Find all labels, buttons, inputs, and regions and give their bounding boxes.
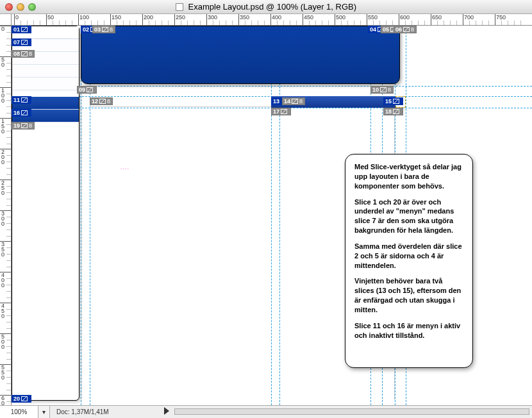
ruler-label: 0: [1, 159, 4, 165]
annotation-note: Med Slice-verktyget så delar jag upp lay…: [345, 154, 473, 368]
slice-link-icon: [21, 123, 28, 128]
horizontal-ruler[interactable]: 0501001502002503003504004505005506006507…: [12, 14, 532, 26]
ruler-label: 750: [496, 14, 506, 21]
ruler-label: 600: [400, 14, 410, 21]
slice-link-icon: [292, 99, 298, 104]
slice-number: 09: [79, 86, 85, 94]
slice-link-icon: [21, 110, 28, 115]
status-bar: 100% ▾ Doc: 1,37M/1,41M: [0, 405, 532, 418]
document-icon: [176, 3, 183, 11]
ruler-label: 550: [368, 14, 378, 21]
ruler-label: 0: [1, 282, 4, 288]
slice-link-icon: [21, 40, 28, 45]
slice-link-icon: [87, 87, 93, 92]
slice-link-group: 8: [29, 122, 32, 130]
slice-number: 19: [13, 122, 20, 130]
ruler-label: 0: [1, 400, 4, 405]
vertical-ruler[interactable]: 050100150200250300350400450500550600: [0, 26, 12, 405]
slice-link-icon: [21, 27, 28, 32]
ruler-label: 0: [1, 26, 4, 32]
scroll-play-icon[interactable]: [164, 407, 169, 415]
slice-badge-20[interactable]: 20: [12, 395, 31, 403]
slice-badge-16[interactable]: 16: [12, 109, 31, 117]
slice-number: 06: [395, 26, 402, 33]
ruler-label: 0: [1, 374, 4, 381]
slice-number: 17: [273, 108, 279, 115]
slice-badge-01[interactable]: 01: [12, 26, 31, 33]
slice-badge-09[interactable]: 09: [77, 86, 97, 94]
slice-number: 12: [92, 97, 98, 105]
ruler-label: 500: [336, 14, 345, 21]
slice-link-group: 8: [411, 26, 414, 33]
slice-number: 04: [370, 26, 376, 33]
slice-link-icon: [99, 99, 106, 104]
ruler-label: 0: [1, 313, 4, 319]
slice-number: 14: [284, 97, 290, 105]
slice-number: 13: [273, 97, 279, 105]
slice-number: 20: [13, 395, 20, 403]
ruler-label: 0: [1, 344, 4, 350]
ruler-label: 0: [1, 190, 4, 196]
slice-number: 01: [13, 26, 20, 33]
slice-link-group: 8: [388, 86, 391, 94]
window-title-text: Example Layout.psd @ 100% (Layer 1, RGB): [188, 2, 357, 12]
menu-row: [12, 78, 79, 90]
menu-panel: [12, 26, 79, 401]
slice-link-group: 8: [299, 97, 303, 105]
ruler-label: 200: [144, 14, 153, 21]
menu-row: [12, 65, 79, 78]
zoom-popup-button[interactable]: ▾: [38, 406, 50, 418]
ruler-label: 400: [272, 14, 281, 21]
slice-badge-11[interactable]: 11: [12, 96, 31, 104]
slice-badge-06[interactable]: 068: [394, 26, 417, 33]
slice-badge-18[interactable]: 18: [383, 108, 403, 115]
slice-link-group: 8: [29, 50, 32, 58]
slice-badge-10[interactable]: 108: [370, 86, 394, 94]
ruler-label: 0: [1, 221, 4, 227]
slice-number: 02: [83, 26, 89, 33]
ruler-label: 0: [1, 128, 4, 135]
slice-number: 18: [385, 108, 392, 115]
header-banner: [81, 26, 400, 84]
note-paragraph: Samma med överdelen där slice 2 och 5 är…: [354, 242, 463, 271]
slice-number: 05: [383, 26, 389, 33]
slice-link-icon: [403, 27, 410, 32]
slice-link-icon: [21, 97, 28, 103]
slice-number: 08: [13, 50, 20, 58]
selection-marker: ····: [121, 165, 129, 172]
ruler-label: 0: [1, 97, 4, 104]
horizontal-scrollbar[interactable]: [174, 408, 529, 415]
document-canvas[interactable]: ···· 01020380405068070880910811128131481…: [12, 26, 532, 405]
ruler-label: 700: [464, 14, 474, 21]
doc-size-readout: Doc: 1,37M/1,41M: [50, 408, 115, 415]
ruler-label: 0: [1, 62, 4, 68]
slice-link-group: 8: [110, 26, 113, 33]
slice-badge-03[interactable]: 038: [92, 26, 115, 33]
slice-badge-19[interactable]: 198: [12, 122, 35, 130]
slice-number: 16: [13, 109, 20, 117]
ruler-label: 300: [208, 14, 217, 21]
ruler-label: 100: [79, 14, 89, 21]
slice-link-icon: [380, 87, 387, 92]
note-paragraph: Vinjetten behöver bara två slices (13 oc…: [354, 276, 463, 314]
slice-link-icon: [21, 396, 28, 401]
slice-number: 11: [13, 96, 20, 104]
slice-badge-07[interactable]: 07: [12, 38, 31, 46]
slice-badge-14[interactable]: 148: [282, 97, 305, 105]
slice-badge-12[interactable]: 128: [90, 97, 113, 105]
note-paragraph: Med Slice-verktyget så delar jag upp lay…: [354, 162, 463, 191]
zoom-field[interactable]: 100%: [0, 406, 38, 418]
ruler-origin[interactable]: [0, 14, 12, 26]
slice-link-group: 8: [107, 97, 110, 105]
note-paragraph: Slice 1 och 20 är över och underdel av "…: [354, 197, 463, 235]
ruler-label: 150: [112, 14, 121, 21]
slice-number: 03: [94, 26, 101, 33]
slice-badge-17[interactable]: 17: [271, 108, 291, 115]
slice-number: 15: [385, 97, 392, 105]
ruler-label: 250: [176, 14, 185, 21]
slice-link-icon: [102, 27, 108, 32]
vertical-guide[interactable]: [81, 26, 81, 405]
slice-badge-08[interactable]: 088: [12, 50, 35, 58]
window-title: Example Layout.psd @ 100% (Layer 1, RGB): [0, 2, 532, 12]
slice-badge-15[interactable]: 15: [383, 97, 403, 105]
